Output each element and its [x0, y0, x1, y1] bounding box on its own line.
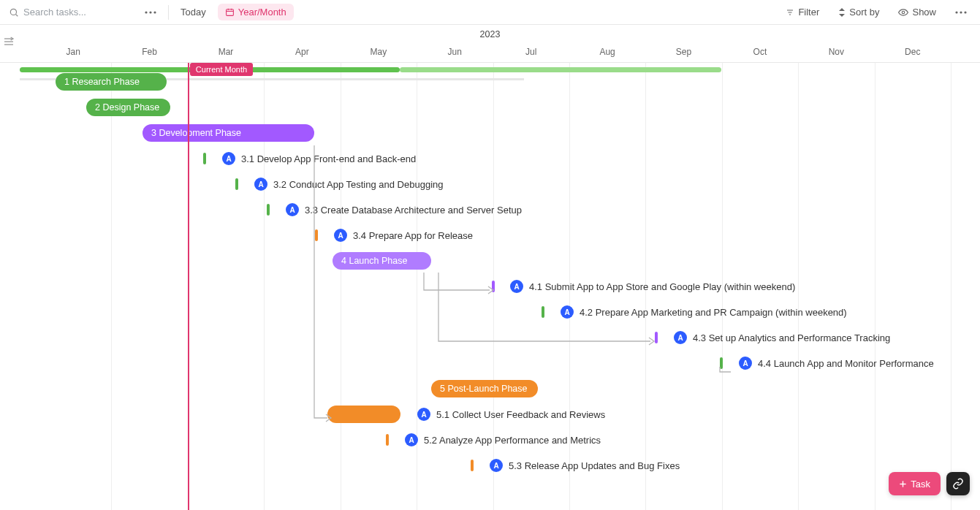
task-label: 3.1 Develop App Front-end and Back-end — [241, 153, 416, 164]
month-label: Mar — [219, 47, 234, 57]
avatar: A — [417, 408, 430, 421]
task-5-1[interactable]: A 5.1 Collect User Feedback and Reviews — [417, 408, 605, 421]
show-button[interactable]: Show — [894, 4, 941, 20]
task-4-1[interactable]: A 4.1 Submit App to App Store and Google… — [510, 280, 795, 293]
svg-point-17 — [964, 11, 966, 13]
new-task-button[interactable]: Task — [889, 472, 941, 495]
task-label: 5.3 Release App Updates and Bug Fixes — [509, 460, 680, 471]
phase-launch[interactable]: 4 Launch Phase — [333, 252, 431, 270]
task-tick — [235, 178, 238, 190]
top-toolbar: Today Year/Month Filter Sort by Show — [0, 0, 980, 25]
avatar: A — [674, 331, 687, 344]
phase-launch-label: 4 Launch Phase — [341, 256, 407, 266]
month-label: Dec — [905, 47, 920, 57]
svg-line-1 — [16, 14, 18, 16]
calendar-icon — [225, 7, 235, 17]
today-button[interactable]: Today — [176, 4, 210, 20]
sort-button[interactable]: Sort by — [834, 4, 884, 20]
phase-research[interactable]: 1 Research Phase — [56, 73, 167, 91]
filter-label: Filter — [798, 7, 819, 18]
avatar: A — [222, 152, 235, 165]
avatar: A — [286, 203, 299, 216]
task-label: 4.4 Launch App and Monitor Performance — [758, 358, 934, 369]
new-task-label: Task — [911, 479, 930, 490]
avatar: A — [405, 433, 418, 446]
avatar: A — [490, 459, 503, 472]
task-label: 3.3 Create Database Architecture and Ser… — [305, 205, 522, 216]
task-5-2[interactable]: A 5.2 Analyze App Performance and Metric… — [405, 433, 601, 446]
timeline-body[interactable]: 1 Research Phase 2 Design Phase 3 Develo… — [0, 63, 980, 510]
task-label: 3.4 Prepare App for Release — [353, 230, 473, 241]
task-label: 4.1 Submit App to App Store and Google P… — [529, 281, 795, 292]
show-label: Show — [912, 7, 936, 18]
phase-post-launch-label: 5 Post-Launch Phase — [440, 384, 528, 394]
task-label: 3.2 Conduct App Testing and Debugging — [273, 179, 444, 190]
kebab-icon[interactable] — [951, 8, 971, 17]
task-4-3[interactable]: A 4.3 Set up Analytics and Performance T… — [674, 331, 890, 344]
sort-icon — [838, 8, 846, 17]
task-label: 5.2 Analyze App Performance and Metrics — [424, 435, 601, 446]
task-label: 4.3 Set up Analytics and Performance Tra… — [693, 332, 890, 343]
search-icon — [9, 7, 19, 18]
task-tick — [492, 281, 495, 292]
toolbar-divider — [168, 5, 169, 20]
task-5-3[interactable]: A 5.3 Release App Updates and Bug Fixes — [490, 459, 680, 472]
avatar: A — [334, 229, 347, 242]
bottom-actions: Task — [889, 472, 970, 495]
task-4-4[interactable]: A 4.4 Launch App and Monitor Performance — [739, 357, 934, 370]
month-label: Nov — [829, 47, 844, 57]
sort-label: Sort by — [849, 7, 879, 18]
toolbar-right: Filter Sort by Show — [781, 4, 971, 20]
eye-icon — [898, 9, 908, 16]
filter-button[interactable]: Filter — [781, 4, 824, 20]
task-tick — [203, 153, 206, 164]
timescale-label: Year/Month — [238, 7, 286, 18]
search-wrap — [9, 7, 133, 18]
svg-marker-13 — [839, 14, 845, 17]
timescale-select[interactable]: Year/Month — [218, 4, 294, 20]
task-3-2[interactable]: A 3.2 Conduct App Testing and Debugging — [254, 178, 444, 191]
task-tick — [267, 204, 270, 216]
avatar: A — [510, 280, 523, 293]
svg-point-0 — [10, 9, 16, 15]
task-3-3[interactable]: A 3.3 Create Database Architecture and S… — [286, 203, 522, 216]
svg-marker-12 — [839, 8, 845, 11]
expand-handle-icon[interactable] — [3, 37, 15, 47]
more-icon[interactable] — [140, 8, 161, 17]
month-label: Jun — [448, 47, 462, 57]
task-5-1-bar[interactable] — [327, 406, 400, 423]
phase-design-label: 2 Design Phase — [95, 102, 159, 113]
link-icon — [952, 478, 964, 490]
svg-rect-5 — [226, 9, 233, 16]
phase-development[interactable]: 3 Development Phase — [143, 124, 314, 142]
timeline-area: 2023 JanFebMarAprMayJunJulAugSepOctNovDe… — [0, 25, 980, 510]
month-label: Jan — [67, 47, 80, 57]
month-label: Jul — [525, 47, 536, 57]
task-tick — [315, 229, 318, 241]
month-label: Feb — [142, 47, 157, 57]
avatar: A — [561, 305, 574, 319]
svg-point-14 — [903, 11, 905, 14]
task-tick — [471, 460, 474, 471]
task-tick — [542, 306, 544, 318]
search-input[interactable] — [23, 7, 133, 18]
month-label: Oct — [753, 47, 767, 57]
svg-point-4 — [153, 11, 156, 13]
current-month-line — [188, 63, 189, 510]
month-label: Aug — [599, 47, 615, 57]
task-label: 5.1 Collect User Feedback and Reviews — [436, 409, 605, 420]
avatar: A — [739, 357, 752, 370]
phase-post-launch[interactable]: 5 Post-Launch Phase — [431, 380, 538, 397]
link-fab[interactable] — [946, 472, 970, 495]
plus-icon — [899, 480, 907, 488]
task-3-4[interactable]: A 3.4 Prepare App for Release — [334, 229, 473, 242]
task-tick — [720, 357, 723, 369]
year-label: 2023 — [480, 29, 501, 39]
timeline-header: 2023 JanFebMarAprMayJunJulAugSepOctNovDe… — [0, 25, 980, 63]
avatar: A — [254, 178, 267, 191]
task-3-1[interactable]: A 3.1 Develop App Front-end and Back-end — [222, 152, 416, 165]
task-4-2[interactable]: A 4.2 Prepare App Marketing and PR Campa… — [561, 305, 847, 319]
phase-development-label: 3 Development Phase — [151, 128, 241, 138]
phase-design[interactable]: 2 Design Phase — [86, 99, 170, 116]
task-tick — [386, 434, 389, 446]
